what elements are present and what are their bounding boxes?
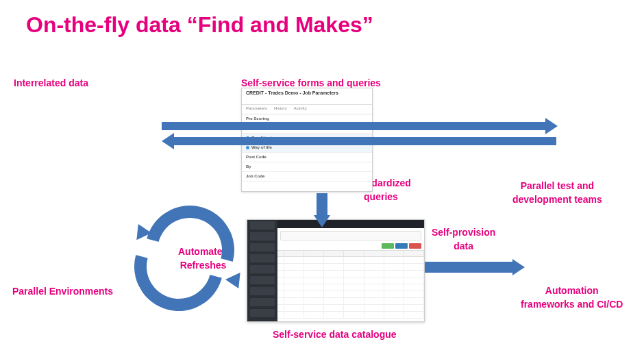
- form-title: CREDIT - Trades Demo - Job Parameters: [246, 90, 368, 95]
- form-row: By: [242, 162, 372, 172]
- catalogue-action-buttons: [277, 243, 424, 250]
- arrow-down-icon: [317, 193, 327, 215]
- label-parallel-environments: Parallel Environments: [12, 285, 113, 299]
- circular-arrows-icon: [138, 207, 241, 310]
- catalogue-btn-blue: [395, 243, 408, 249]
- label-parallel-test-teams: Parallel test anddevelopment teams: [512, 180, 602, 206]
- form-tab: Activity: [294, 106, 307, 114]
- form-row: Post Code: [242, 153, 372, 162]
- catalogue-search: [280, 231, 421, 240]
- catalogue-topbar: [277, 220, 424, 228]
- arrow-left-icon: [174, 137, 556, 145]
- catalogue-btn-green: [382, 243, 394, 249]
- page-title: On-the-fly data “Find and Makes”: [26, 12, 373, 38]
- arrow-right-icon: [425, 262, 512, 273]
- arrow-down-head-icon: [314, 215, 330, 227]
- label-automation-frameworks: Automationframeworks and CI/CD: [521, 284, 623, 311]
- catalogue-btn-red: [409, 243, 421, 249]
- data-catalogue-screenshot: [247, 219, 425, 322]
- catalogue-sidebar: [247, 220, 277, 321]
- form-tab: History: [274, 106, 287, 114]
- label-self-service-catalogue: Self-service data catalogue: [273, 328, 397, 342]
- form-row: Job Code: [242, 172, 372, 182]
- arrow-left-head-icon: [162, 133, 174, 149]
- label-interrelated-data: Interrelated data: [14, 77, 88, 90]
- arrow-right-icon: [162, 122, 545, 130]
- form-tabs: Parameters History Activity: [242, 105, 372, 114]
- catalogue-grid: [277, 250, 424, 321]
- arrow-right-head-icon: [545, 118, 558, 134]
- label-self-provision-data: Self-provisiondata: [432, 226, 495, 253]
- form-tab: Parameters: [246, 106, 267, 114]
- arrow-right-head-icon: [512, 259, 525, 275]
